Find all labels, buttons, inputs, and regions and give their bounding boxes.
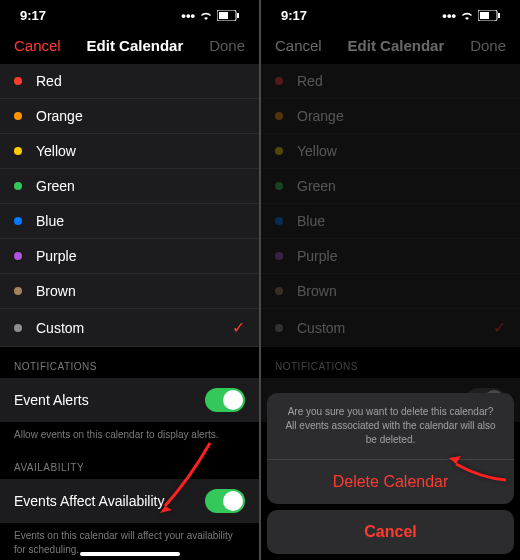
done-button[interactable]: Done: [470, 37, 506, 54]
color-dot: [14, 252, 22, 260]
color-label: Green: [297, 178, 336, 194]
status-bar: 9:17 •••: [0, 0, 259, 27]
color-dot: [14, 324, 22, 332]
sheet-message: Are you sure you want to delete this cal…: [267, 393, 514, 459]
color-row-purple[interactable]: Purple: [261, 239, 520, 274]
color-row-yellow[interactable]: Yellow: [0, 134, 259, 169]
alerts-help: Allow events on this calendar to display…: [0, 422, 259, 448]
screenshot-right: 9:17 ••• Cancel Edit Calendar Done RedOr…: [261, 0, 520, 560]
color-label: Custom: [36, 320, 84, 336]
color-dot: [275, 147, 283, 155]
svg-rect-5: [498, 13, 500, 18]
battery-icon: [217, 10, 239, 21]
color-row-red[interactable]: Red: [0, 64, 259, 99]
color-dot: [275, 252, 283, 260]
nav-bar: Cancel Edit Calendar Done: [261, 27, 520, 64]
color-row-red[interactable]: Red: [261, 64, 520, 99]
status-time: 9:17: [281, 8, 307, 23]
color-label: Red: [36, 73, 62, 89]
signal-icon: •••: [442, 8, 456, 23]
color-row-brown[interactable]: Brown: [0, 274, 259, 309]
wifi-icon: [199, 11, 213, 21]
color-label: Blue: [36, 213, 64, 229]
svg-rect-1: [219, 12, 228, 19]
color-dot: [275, 77, 283, 85]
sheet-delete-button[interactable]: Delete Calendar: [267, 459, 514, 504]
color-dot: [275, 112, 283, 120]
availability-label: Events Affect Availability: [14, 493, 164, 509]
color-list-right: RedOrangeYellowGreenBluePurpleBrownCusto…: [261, 64, 520, 347]
color-label: Orange: [36, 108, 83, 124]
status-icons: •••: [181, 8, 239, 23]
availability-row[interactable]: Events Affect Availability: [0, 479, 259, 523]
signal-icon: •••: [181, 8, 195, 23]
color-label: Brown: [36, 283, 76, 299]
event-alerts-toggle[interactable]: [205, 388, 245, 412]
color-dot: [275, 217, 283, 225]
page-title: Edit Calendar: [87, 37, 184, 54]
nav-bar: Cancel Edit Calendar Done: [0, 27, 259, 64]
svg-rect-2: [237, 13, 239, 18]
section-notifications: NOTIFICATIONS: [261, 347, 520, 378]
color-dot: [275, 324, 283, 332]
battery-icon: [478, 10, 500, 21]
event-alerts-row[interactable]: Event Alerts: [0, 378, 259, 422]
color-label: Orange: [297, 108, 344, 124]
color-row-orange[interactable]: Orange: [0, 99, 259, 134]
svg-rect-4: [480, 12, 489, 19]
color-dot: [14, 112, 22, 120]
color-label: Custom: [297, 320, 345, 336]
color-dot: [14, 287, 22, 295]
color-row-custom[interactable]: Custom✓: [261, 309, 520, 347]
color-label: Green: [36, 178, 75, 194]
color-label: Red: [297, 73, 323, 89]
color-row-custom[interactable]: Custom✓: [0, 309, 259, 347]
color-label: Purple: [297, 248, 337, 264]
color-dot: [14, 182, 22, 190]
done-button[interactable]: Done: [209, 37, 245, 54]
color-row-blue[interactable]: Blue: [261, 204, 520, 239]
checkmark-icon: ✓: [232, 318, 245, 337]
color-row-green[interactable]: Green: [261, 169, 520, 204]
color-dot: [14, 77, 22, 85]
status-bar: 9:17 •••: [261, 0, 520, 27]
action-sheet: Are you sure you want to delete this cal…: [261, 387, 520, 560]
color-row-green[interactable]: Green: [0, 169, 259, 204]
availability-toggle[interactable]: [205, 489, 245, 513]
home-indicator: [80, 552, 180, 556]
checkmark-icon: ✓: [493, 318, 506, 337]
status-icons: •••: [442, 8, 500, 23]
cancel-button[interactable]: Cancel: [275, 37, 322, 54]
section-availability: AVAILABILITY: [0, 448, 259, 479]
color-row-blue[interactable]: Blue: [0, 204, 259, 239]
color-dot: [275, 287, 283, 295]
cancel-button[interactable]: Cancel: [14, 37, 61, 54]
color-label: Purple: [36, 248, 76, 264]
event-alerts-label: Event Alerts: [14, 392, 89, 408]
color-dot: [14, 217, 22, 225]
color-label: Yellow: [36, 143, 76, 159]
status-time: 9:17: [20, 8, 46, 23]
color-row-purple[interactable]: Purple: [0, 239, 259, 274]
color-row-yellow[interactable]: Yellow: [261, 134, 520, 169]
color-label: Brown: [297, 283, 337, 299]
color-row-orange[interactable]: Orange: [261, 99, 520, 134]
color-dot: [275, 182, 283, 190]
color-row-brown[interactable]: Brown: [261, 274, 520, 309]
color-label: Yellow: [297, 143, 337, 159]
screenshot-left: 9:17 ••• Cancel Edit Calendar Done RedOr…: [0, 0, 259, 560]
section-notifications: NOTIFICATIONS: [0, 347, 259, 378]
sheet-cancel-button[interactable]: Cancel: [267, 510, 514, 554]
color-dot: [14, 147, 22, 155]
page-title: Edit Calendar: [348, 37, 445, 54]
color-list-left: RedOrangeYellowGreenBluePurpleBrownCusto…: [0, 64, 259, 347]
color-label: Blue: [297, 213, 325, 229]
wifi-icon: [460, 11, 474, 21]
